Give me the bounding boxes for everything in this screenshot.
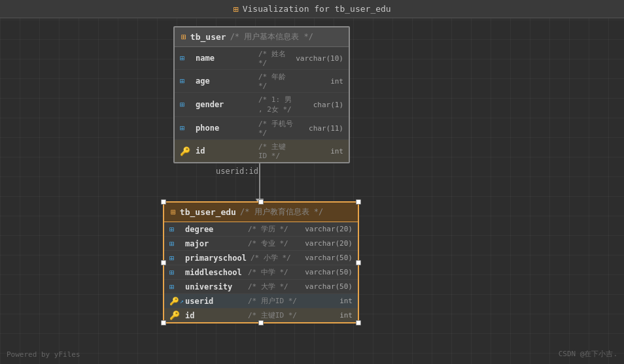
title-icon: ⊞	[233, 4, 238, 14]
field-row: ⊞ phone /* 手机号 */ char(11)	[175, 117, 349, 140]
table-user-icon: ⊞	[181, 32, 186, 42]
handle-mr	[356, 260, 361, 265]
field-row: ⊞ university /* 大学 */ varchar(50)	[164, 280, 358, 294]
field-name: degree	[185, 225, 244, 234]
handle-tc	[258, 199, 264, 205]
field-row: ⊞ primaryschool /* 小学 */ varchar(50)	[164, 251, 358, 265]
field-icon: ⊞	[169, 239, 181, 248]
pk-icon: 🔑	[169, 310, 181, 320]
handle-tr	[356, 199, 361, 205]
field-comment: /* 用户ID */	[248, 296, 303, 306]
field-type: varchar(20)	[305, 239, 353, 248]
field-type: varchar(50)	[305, 282, 353, 291]
field-type: varchar(20)	[305, 225, 353, 233]
field-comment: /* 主键ID */	[248, 310, 303, 320]
field-row: ⊞ middleschool /* 中学 */ varchar(50)	[164, 265, 358, 280]
field-row: ⊞ gender /* 1: 男 , 2女 */ char(1)	[175, 93, 349, 117]
field-name: id	[196, 146, 254, 156]
field-icon: ⊞	[180, 124, 192, 133]
field-type: int	[307, 311, 353, 320]
footer-left: Powered by yFiles	[7, 350, 80, 359]
field-icon: ⊞	[169, 254, 181, 263]
field-row: ⊞ name /* 姓名 */ varchar(10)	[175, 47, 349, 70]
field-icon: ⊞	[169, 268, 181, 277]
field-type: varchar(50)	[305, 254, 353, 262]
table-edu-name: tb_user_edu	[180, 207, 236, 217]
field-row-fk: 🔑↗ userid /* 用户ID */ int	[164, 294, 358, 308]
field-row: ⊞ major /* 专业 */ varchar(20)	[164, 237, 358, 251]
table-user[interactable]: ⊞ tb_user /* 用户基本信息表 */ ⊞ name /* 姓名 */ …	[173, 26, 350, 163]
field-icon: ⊞	[180, 54, 192, 63]
field-name: id	[185, 311, 244, 320]
table-user-header: ⊞ tb_user /* 用户基本信息表 */	[175, 27, 349, 47]
field-comment: /* 大学 */	[248, 282, 301, 291]
field-type: varchar(10)	[296, 54, 343, 63]
field-type: char(11)	[298, 124, 343, 133]
handle-br	[356, 320, 361, 325]
table-edu-icon: ⊞	[171, 207, 176, 217]
field-type: int	[298, 77, 343, 86]
field-name: middleschool	[185, 268, 244, 277]
field-type: varchar(50)	[305, 268, 353, 276]
field-type: char(1)	[298, 101, 343, 109]
field-comment: /* 专业 */	[248, 239, 301, 248]
field-comment: /* 姓名 */	[258, 49, 292, 67]
title-text: Visualization for tb_user_edu	[243, 4, 391, 14]
table-user-edu-header: ⊞ tb_user_edu /* 用户教育信息表 */	[164, 203, 358, 222]
field-name: major	[185, 239, 244, 248]
field-comment: /* 学历 */	[248, 224, 301, 234]
handle-bl	[161, 320, 166, 325]
table-user-comment: /* 用户基本信息表 */	[230, 31, 313, 42]
field-name: primaryschool	[185, 254, 247, 263]
handle-bc	[258, 320, 264, 325]
handle-tl	[161, 199, 166, 205]
field-type: int	[307, 297, 353, 305]
field-icon: ⊞	[180, 100, 192, 109]
field-name: userid	[185, 297, 244, 306]
field-name: university	[185, 282, 244, 291]
table-edu-comment: /* 用户教育信息表 */	[240, 207, 323, 218]
footer-right: CSDN @在下小吉.	[559, 349, 617, 359]
title-bar: ⊞ Visualization for tb_user_edu	[0, 0, 624, 18]
field-comment: /* 中学 */	[248, 267, 301, 277]
field-row-pk: 🔑 id /* 主键ID */ int	[175, 140, 349, 162]
field-row: ⊞ degree /* 学历 */ varchar(20)	[164, 222, 358, 237]
field-comment: /* 手机号 */	[258, 119, 294, 137]
field-row: ⊞ age /* 年龄 */ int	[175, 70, 349, 93]
field-icon: ⊞	[169, 282, 181, 291]
table-user-name: tb_user	[190, 32, 226, 42]
field-comment: /* 小学 */	[251, 253, 301, 263]
field-comment: /* 主键ID */	[258, 142, 294, 160]
pk-icon: 🔑	[180, 146, 192, 156]
handle-ml	[161, 260, 166, 265]
table-user-edu[interactable]: ⊞ tb_user_edu /* 用户教育信息表 */ ⊞ degree /* …	[163, 201, 359, 323]
fk-icon: 🔑↗	[169, 297, 181, 306]
field-name: phone	[196, 124, 254, 133]
connector-label: userid:id	[216, 167, 258, 176]
field-comment: /* 1: 男 , 2女 */	[258, 95, 294, 114]
field-name: gender	[196, 100, 254, 109]
field-name: age	[196, 76, 254, 86]
field-type: int	[298, 147, 343, 156]
field-comment: /* 年龄 */	[258, 72, 294, 90]
field-icon: ⊞	[180, 76, 192, 86]
field-icon: ⊞	[169, 225, 181, 234]
field-name: name	[196, 54, 254, 63]
